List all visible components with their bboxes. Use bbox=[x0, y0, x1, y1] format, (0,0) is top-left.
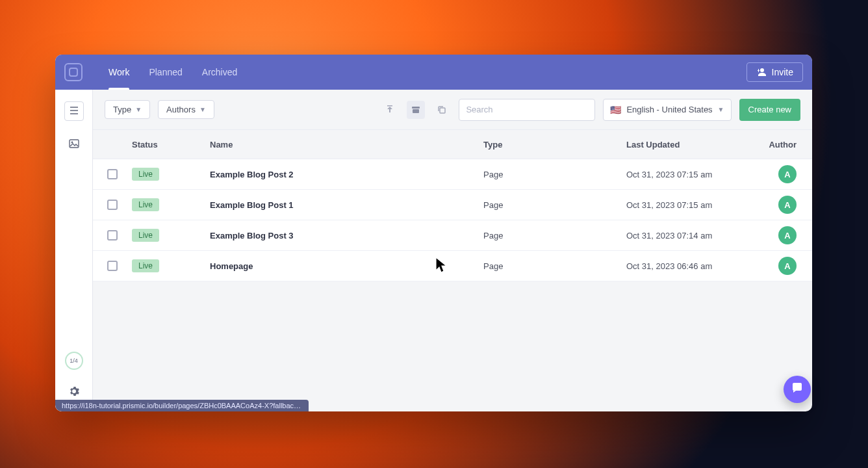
onboarding-progress[interactable]: 1/4 bbox=[65, 352, 83, 370]
table-row[interactable]: LiveHomepagePageOct 31, 2023 06:46 amA bbox=[93, 251, 812, 281]
body: 1/4 Type ▼ Authors ▼ bbox=[55, 90, 812, 411]
invite-button[interactable]: Invite bbox=[747, 62, 803, 82]
sidebar: 1/4 bbox=[55, 90, 93, 411]
col-status[interactable]: Status bbox=[132, 140, 210, 150]
status-badge: Live bbox=[132, 168, 159, 181]
sidebar-media-button[interactable] bbox=[64, 135, 84, 155]
row-name: Example Blog Post 3 bbox=[210, 231, 483, 240]
row-name: Example Blog Post 1 bbox=[210, 200, 483, 210]
svg-point-0 bbox=[760, 68, 764, 72]
locale-select[interactable]: 🇺🇸 English - United States ▼ bbox=[603, 99, 731, 121]
table-row[interactable]: LiveExample Blog Post 2PageOct 31, 2023 … bbox=[93, 159, 812, 190]
publish-icon[interactable] bbox=[381, 101, 399, 119]
chevron-down-icon: ▼ bbox=[718, 106, 724, 113]
tab-label: Work bbox=[108, 67, 129, 77]
gear-icon bbox=[69, 386, 79, 399]
table-header: Status Name Type Last Updated Author bbox=[93, 130, 812, 159]
table-row[interactable]: LiveExample Blog Post 3PageOct 31, 2023 … bbox=[93, 220, 812, 251]
person-add-icon bbox=[756, 68, 767, 77]
author-avatar[interactable]: A bbox=[778, 257, 797, 275]
row-type: Page bbox=[483, 231, 626, 240]
chevron-down-icon: ▼ bbox=[199, 106, 206, 113]
row-type: Page bbox=[483, 200, 626, 210]
copy-icon[interactable] bbox=[433, 101, 451, 119]
row-checkbox[interactable] bbox=[107, 230, 118, 240]
search-input[interactable] bbox=[459, 99, 595, 121]
svg-point-5 bbox=[71, 142, 73, 144]
filter-authors-label: Authors bbox=[166, 105, 196, 114]
chevron-down-icon: ▼ bbox=[135, 106, 142, 113]
invite-label: Invite bbox=[772, 67, 793, 77]
archive-icon[interactable] bbox=[407, 101, 425, 119]
tab-label: Archived bbox=[202, 67, 237, 77]
status-badge: Live bbox=[132, 259, 159, 272]
tab-label: Planned bbox=[149, 67, 182, 77]
svg-rect-4 bbox=[70, 140, 79, 148]
top-bar: Work Planned Archived Invite bbox=[55, 55, 812, 90]
table-row[interactable]: LiveExample Blog Post 1PageOct 31, 2023 … bbox=[93, 190, 812, 220]
svg-rect-8 bbox=[440, 108, 445, 113]
row-last-updated: Oct 31, 2023 07:15 am bbox=[626, 200, 756, 210]
image-icon bbox=[69, 139, 79, 151]
locale-label: English - United States bbox=[626, 105, 712, 114]
toolbar: Type ▼ Authors ▼ 🇺 bbox=[93, 90, 812, 130]
status-badge: Live bbox=[132, 229, 159, 242]
row-checkbox[interactable] bbox=[107, 169, 118, 179]
tab-archived[interactable]: Archived bbox=[202, 55, 237, 90]
col-last-updated[interactable]: Last Updated bbox=[626, 140, 756, 150]
row-type: Page bbox=[483, 170, 626, 179]
content-table: Status Name Type Last Updated Author Liv… bbox=[93, 130, 812, 411]
svg-rect-6 bbox=[412, 107, 420, 109]
col-name[interactable]: Name bbox=[210, 140, 483, 150]
author-avatar[interactable]: A bbox=[778, 165, 797, 183]
create-label: Create new bbox=[748, 105, 791, 114]
main: Type ▼ Authors ▼ 🇺 bbox=[93, 90, 812, 411]
row-name: Homepage bbox=[210, 261, 483, 271]
filter-type[interactable]: Type ▼ bbox=[105, 100, 150, 119]
row-name: Example Blog Post 2 bbox=[210, 170, 483, 179]
chat-launcher[interactable] bbox=[784, 376, 811, 403]
row-type: Page bbox=[483, 261, 626, 271]
nav-tabs: Work Planned Archived bbox=[108, 55, 237, 90]
status-bar-url: https://i18n-tutorial.prismic.io/builder… bbox=[55, 400, 309, 411]
col-author[interactable]: Author bbox=[756, 140, 808, 150]
author-avatar[interactable]: A bbox=[778, 226, 797, 244]
filter-authors[interactable]: Authors ▼ bbox=[158, 100, 214, 119]
app-logo[interactable] bbox=[64, 63, 83, 81]
sidebar-documents-button[interactable] bbox=[64, 101, 84, 121]
chat-icon bbox=[791, 382, 804, 397]
row-checkbox[interactable] bbox=[107, 200, 118, 210]
row-last-updated: Oct 31, 2023 06:46 am bbox=[626, 261, 756, 271]
svg-rect-7 bbox=[413, 109, 419, 113]
list-icon bbox=[70, 105, 79, 117]
tab-planned[interactable]: Planned bbox=[149, 55, 182, 90]
app-window: Work Planned Archived Invite bbox=[55, 55, 812, 411]
row-checkbox[interactable] bbox=[107, 261, 118, 271]
tab-work[interactable]: Work bbox=[108, 55, 129, 90]
row-last-updated: Oct 31, 2023 07:15 am bbox=[626, 170, 756, 179]
row-last-updated: Oct 31, 2023 07:14 am bbox=[626, 231, 756, 240]
col-type[interactable]: Type bbox=[483, 140, 626, 150]
status-badge: Live bbox=[132, 198, 159, 211]
flag-us-icon: 🇺🇸 bbox=[610, 105, 621, 115]
create-new-button[interactable]: Create new bbox=[739, 99, 800, 121]
progress-label: 1/4 bbox=[70, 358, 78, 364]
author-avatar[interactable]: A bbox=[778, 196, 797, 214]
filter-type-label: Type bbox=[113, 105, 131, 114]
